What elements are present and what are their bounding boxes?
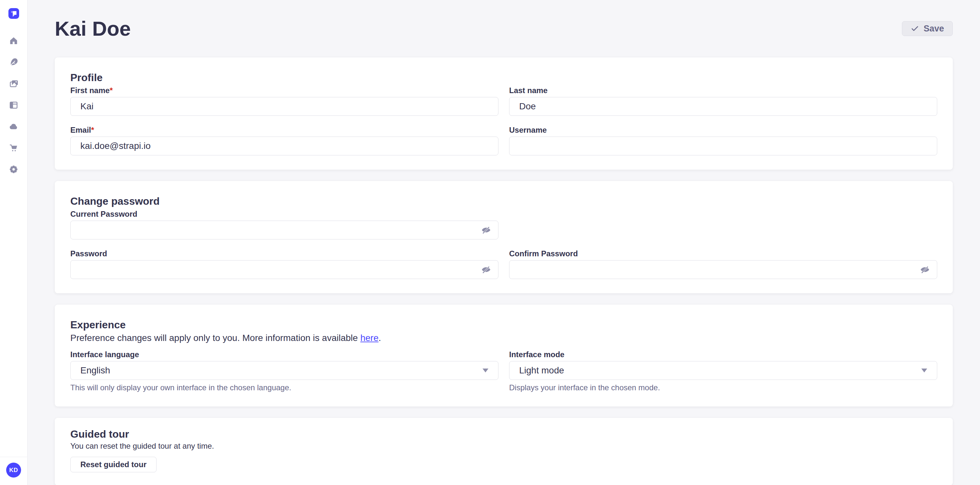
eye-off-icon: [481, 225, 491, 235]
cloud-icon[interactable]: [9, 122, 19, 131]
interface-mode-hint: Displays your interface in the chosen mo…: [509, 383, 937, 392]
confirm-password-label: Confirm Password: [509, 249, 937, 258]
empty-cell: [509, 210, 937, 239]
guided-tour-card: Guided tour You can reset the guided tou…: [55, 418, 953, 485]
profile-card-title: Profile: [70, 72, 937, 83]
main-content: Kai Doe Save Profile First name* Last na…: [27, 0, 980, 485]
interface-mode-label: Interface mode: [509, 350, 937, 359]
email-label: Email*: [70, 126, 498, 135]
strapi-logo[interactable]: [8, 8, 19, 19]
chevron-down-icon: [482, 369, 488, 372]
first-name-input[interactable]: [70, 97, 498, 116]
last-name-label: Last name: [509, 86, 937, 95]
username-label: Username: [509, 126, 937, 135]
interface-language-label: Interface language: [70, 350, 498, 359]
password-input[interactable]: [70, 260, 498, 279]
interface-language-hint: This will only display your own interfac…: [70, 383, 498, 392]
check-icon: [911, 24, 919, 33]
last-name-group: Last name: [509, 86, 937, 116]
eye-off-icon: [481, 265, 491, 275]
email-group: Email*: [70, 126, 498, 155]
interface-language-value: English: [80, 365, 110, 376]
chevron-down-icon: [921, 369, 927, 372]
current-password-label: Current Password: [70, 210, 498, 219]
interface-mode-value: Light mode: [519, 365, 564, 376]
experience-description: Preference changes will apply only to yo…: [70, 332, 937, 343]
password-group: Password: [70, 249, 498, 279]
gear-icon[interactable]: [9, 164, 19, 174]
guided-tour-description: You can reset the guided tour at any tim…: [70, 441, 937, 451]
sidebar-nav: [9, 36, 19, 174]
profile-card: Profile First name* Last name Email* Use…: [55, 57, 953, 170]
last-name-input[interactable]: [509, 97, 937, 116]
current-password-input[interactable]: [70, 220, 498, 239]
media-library-icon[interactable]: [9, 79, 19, 89]
interface-mode-select[interactable]: Light mode: [509, 361, 937, 380]
interface-language-group: Interface language English This will onl…: [70, 350, 498, 392]
toggle-password-visibility-button[interactable]: [481, 264, 492, 275]
save-button[interactable]: Save: [902, 21, 953, 36]
current-password-group: Current Password: [70, 210, 498, 239]
toggle-password-visibility-button[interactable]: [481, 225, 492, 236]
sidebar-footer: KD: [0, 457, 27, 485]
toggle-password-visibility-button[interactable]: [920, 264, 931, 275]
experience-card-title: Experience: [70, 319, 937, 330]
email-input[interactable]: [70, 137, 498, 155]
avatar[interactable]: KD: [6, 463, 21, 477]
password-label: Password: [70, 249, 498, 258]
sidebar: KD: [0, 0, 27, 485]
first-name-label: First name*: [70, 86, 498, 95]
layout-icon[interactable]: [9, 100, 19, 110]
eye-off-icon: [920, 265, 930, 275]
change-password-title: Change password: [70, 195, 937, 207]
required-marker: *: [110, 86, 113, 95]
username-input[interactable]: [509, 137, 937, 155]
first-name-group: First name*: [70, 86, 498, 116]
cart-icon[interactable]: [9, 143, 19, 153]
guided-tour-title: Guided tour: [70, 428, 937, 440]
home-icon[interactable]: [9, 36, 19, 46]
save-button-label: Save: [924, 24, 944, 34]
interface-language-select[interactable]: English: [70, 361, 498, 380]
experience-card: Experience Preference changes will apply…: [55, 305, 953, 407]
feather-icon[interactable]: [9, 57, 19, 67]
reset-guided-tour-button[interactable]: Reset guided tour: [70, 457, 156, 472]
username-group: Username: [509, 126, 937, 155]
change-password-card: Change password Current Password: [55, 181, 953, 293]
confirm-password-input[interactable]: [509, 260, 937, 279]
page-header: Kai Doe Save: [55, 0, 953, 39]
confirm-password-group: Confirm Password: [509, 249, 937, 279]
more-information-link[interactable]: here: [360, 333, 379, 343]
page-title: Kai Doe: [55, 18, 131, 39]
interface-mode-group: Interface mode Light mode Displays your …: [509, 350, 937, 392]
required-marker: *: [91, 126, 94, 134]
